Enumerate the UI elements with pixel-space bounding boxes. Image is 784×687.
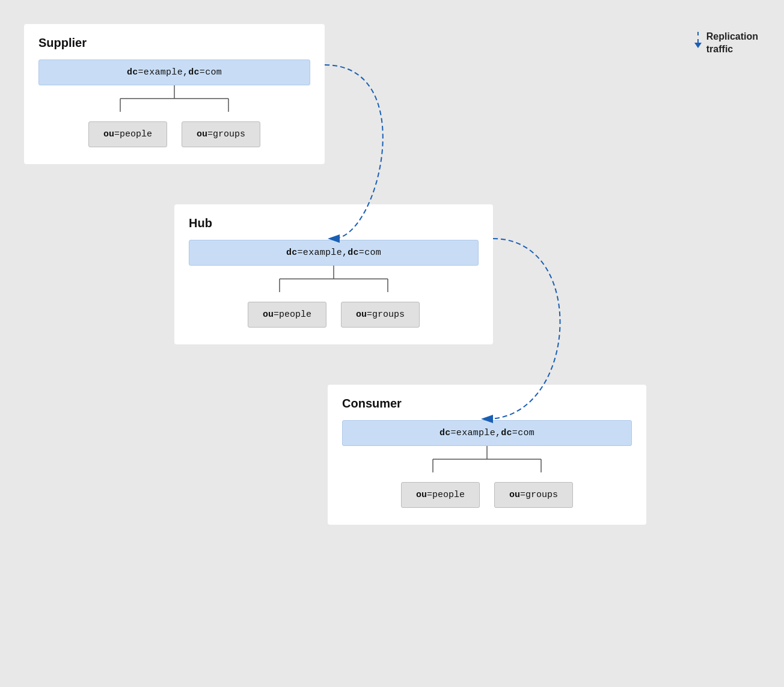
- consumer-dn: dc=example,dc=com: [342, 420, 632, 446]
- hub-child-people: ou=people: [248, 302, 326, 328]
- supplier-tree-svg: [60, 85, 289, 121]
- supplier-child-people: ou=people: [88, 121, 167, 147]
- hub-title: Hub: [189, 216, 479, 230]
- consumer-children: ou=people ou=groups: [342, 482, 632, 508]
- supplier-child-groups: ou=groups: [182, 121, 260, 147]
- diagram-container: Replication traffic Supplier dc=example,…: [0, 0, 784, 687]
- supplier-box: Supplier dc=example,dc=com ou=people ou=…: [24, 24, 325, 164]
- hub-dn: dc=example,dc=com: [189, 240, 479, 266]
- supplier-children: ou=people ou=groups: [38, 121, 310, 147]
- legend: Replication traffic: [694, 31, 758, 56]
- hub-child-groups: ou=groups: [341, 302, 420, 328]
- hub-tree-svg: [219, 266, 448, 302]
- legend-text: Replication traffic: [706, 31, 758, 56]
- consumer-box: Consumer dc=example,dc=com ou=people ou=…: [328, 385, 646, 525]
- legend-arrow-icon: [694, 31, 702, 48]
- consumer-child-people: ou=people: [401, 482, 480, 508]
- supplier-dn: dc=example,dc=com: [38, 60, 310, 85]
- consumer-child-groups: ou=groups: [494, 482, 573, 508]
- consumer-title: Consumer: [342, 397, 632, 411]
- consumer-tree-svg: [373, 446, 601, 482]
- hub-box: Hub dc=example,dc=com ou=people ou=group…: [174, 204, 493, 344]
- supplier-title: Supplier: [38, 36, 310, 50]
- hub-children: ou=people ou=groups: [189, 302, 479, 328]
